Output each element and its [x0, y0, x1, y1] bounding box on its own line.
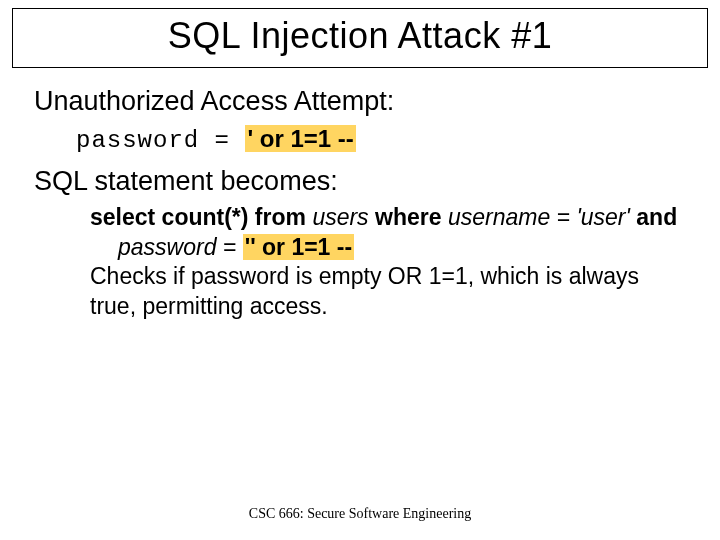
- sql-part-username: username = 'user': [448, 204, 636, 230]
- slide-title: SQL Injection Attack #1: [13, 15, 707, 57]
- password-line: password = ' or 1=1 --: [76, 123, 686, 156]
- sql-part-select: select count(*) from: [90, 204, 312, 230]
- sql-part-users: users: [312, 204, 375, 230]
- sql-statement: select count(*) from users where usernam…: [90, 203, 686, 262]
- password-label: password =: [76, 127, 245, 154]
- sql-part-passwordlabel: password =: [118, 234, 243, 260]
- heading-attempt: Unauthorized Access Attempt:: [34, 86, 686, 117]
- slide-footer: CSC 666: Secure Software Engineering: [0, 506, 720, 522]
- sql-part-where: where: [375, 204, 448, 230]
- slide-content: Unauthorized Access Attempt: password = …: [0, 68, 720, 321]
- slide-title-box: SQL Injection Attack #1: [12, 8, 708, 68]
- sql-explanation: Checks if password is empty OR 1=1, whic…: [90, 262, 686, 321]
- sql-part-injected: '' or 1=1 --: [243, 234, 354, 260]
- sql-part-and: and: [636, 204, 677, 230]
- heading-sql: SQL statement becomes:: [34, 166, 686, 197]
- sql-block: select count(*) from users where usernam…: [90, 203, 686, 321]
- password-payload: ' or 1=1 --: [245, 125, 355, 152]
